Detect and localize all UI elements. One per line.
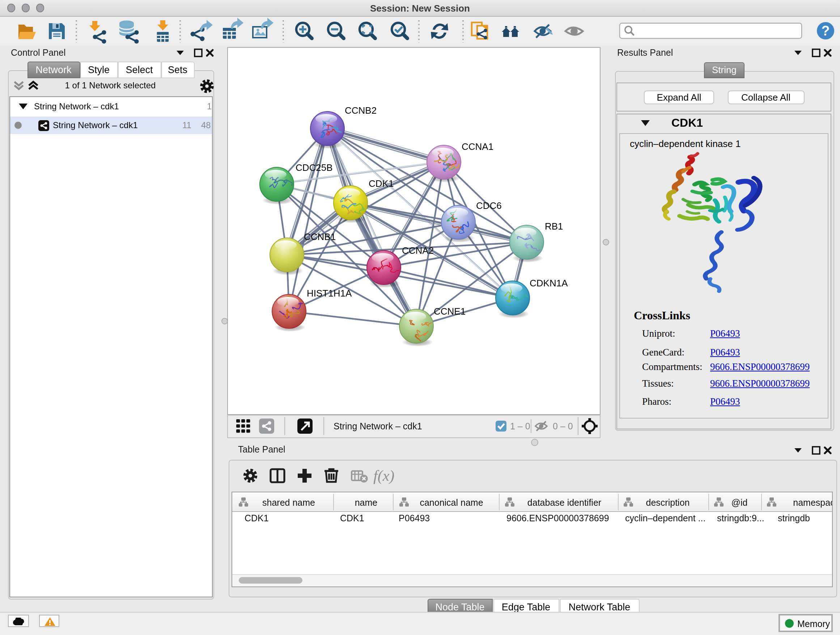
svg-text:CDK1: CDK1 (340, 513, 364, 523)
svg-text:CDC6: CDC6 (476, 200, 502, 211)
svg-text:f(x): f(x) (373, 467, 394, 485)
svg-text:description: description (646, 497, 690, 508)
svg-text:CCNA1: CCNA1 (462, 141, 493, 152)
svg-text:CDC25B: CDC25B (295, 162, 333, 173)
svg-text:cyclin–dependent ...: cyclin–dependent ... (625, 513, 706, 523)
svg-text:stringdb:9...: stringdb:9... (717, 513, 764, 523)
svg-text:namespac: namespac (793, 497, 832, 508)
svg-text:RB1: RB1 (545, 221, 563, 232)
svg-text:CDK1: CDK1 (245, 513, 269, 523)
svg-text:?: ? (821, 23, 829, 38)
svg-text:@id: @id (731, 497, 748, 508)
svg-text:String Network – cdk1: String Network – cdk1 (333, 421, 422, 431)
svg-text:name: name (355, 497, 378, 508)
svg-text:P06493: P06493 (399, 513, 430, 523)
svg-text:stringdb: stringdb (778, 513, 810, 523)
svg-text:HIST1H1A: HIST1H1A (307, 288, 352, 299)
svg-text:1 – 0: 1 – 0 (510, 421, 531, 431)
svg-text:0 – 0: 0 – 0 (553, 421, 573, 431)
svg-text:CCNB1: CCNB1 (304, 231, 336, 242)
svg-text:CCNB2: CCNB2 (345, 105, 377, 116)
svg-text:CDK1: CDK1 (369, 178, 393, 189)
svg-text:canonical name: canonical name (420, 497, 483, 508)
svg-text:CDKN1A: CDKN1A (530, 278, 568, 288)
svg-text:CCNE1: CCNE1 (434, 306, 466, 317)
svg-text:shared name: shared name (262, 497, 315, 508)
svg-text:9606.ENSP00000378699: 9606.ENSP00000378699 (507, 513, 609, 523)
svg-text:CCNA2: CCNA2 (402, 245, 434, 256)
svg-text:database identifier: database identifier (527, 497, 601, 508)
